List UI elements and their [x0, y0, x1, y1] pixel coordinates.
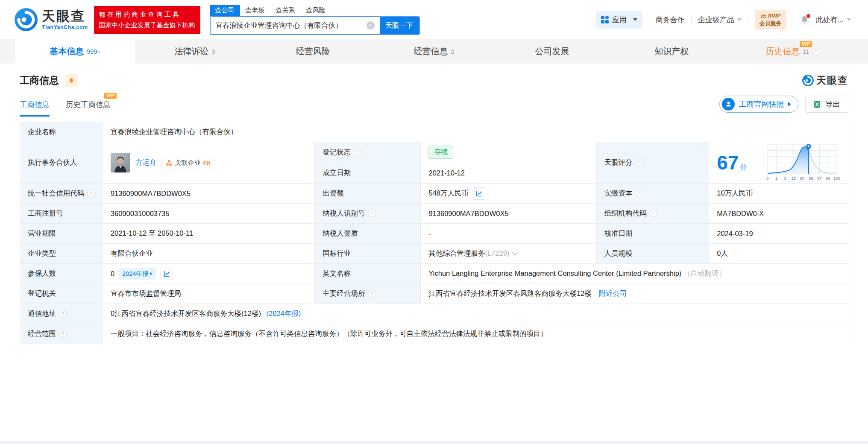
search-box: × 天眼一下	[210, 16, 420, 35]
brand-logo[interactable]: 天眼查 TianYanCha.com	[15, 8, 88, 31]
tab-label: 知识产权	[655, 46, 689, 57]
section-subheader: 工商信息 历史工商信息 VIP 工商官网快照	[20, 96, 848, 117]
search-tab-company[interactable]: 查公司	[210, 5, 240, 16]
subtab-business-info[interactable]: 工商信息	[20, 99, 50, 117]
establish-date-value: 2021-10-12	[421, 163, 596, 184]
capital-trend-icon[interactable]	[473, 187, 485, 200]
divider	[691, 16, 692, 23]
tab-intellectual-property[interactable]: 知识产权	[613, 39, 733, 64]
clear-search-icon[interactable]: ×	[367, 21, 375, 29]
company-name-value: 宜春浪绫企业管理咨询中心（有限合伙）	[103, 122, 848, 142]
reg-number-label: 工商注册号	[20, 204, 103, 224]
enterprise-products-link[interactable]: 企业级产品	[698, 15, 742, 25]
insured-trend-icon[interactable]	[161, 268, 173, 280]
paid-capital-label: 实缴资本?	[596, 184, 709, 204]
subtab-history-business-info[interactable]: 历史工商信息 VIP	[66, 99, 111, 117]
taxpayer-quality-value: -	[421, 224, 596, 244]
tianyancha-logo-icon	[15, 8, 38, 31]
nearby-companies-link[interactable]: 附近公司	[598, 289, 627, 297]
svip-member-button[interactable]: SVIP 会员服务	[755, 10, 786, 29]
row-postal-address: 通信地址? 0江西省宜春经济技术开发区客商服务大楼(12楼) (2024年报)	[20, 304, 848, 324]
partner-avatar[interactable]	[111, 153, 130, 172]
help-icon[interactable]: ?	[650, 210, 657, 217]
tab-company-development[interactable]: 公司发展	[494, 39, 613, 64]
help-icon[interactable]: ?	[368, 290, 375, 298]
network-icon	[166, 160, 172, 166]
help-icon[interactable]: ?	[636, 190, 643, 197]
svg-text:1: 1	[775, 176, 777, 181]
company-type-label: 企业类型	[20, 244, 103, 264]
tab-legal-litigation[interactable]: 法律诉讼 3	[135, 39, 255, 64]
company-nav-tabs: 基本信息 999+ 法律诉讼 3 经营风险 经营信息 2 公司发展 知识产权 V…	[0, 39, 868, 64]
business-scope-value: 一般项目：社会经济咨询服务，信息咨询服务（不含许可类信息咨询服务）（除许可业务外…	[103, 324, 848, 344]
next-section-strip	[0, 441, 868, 444]
business-term-value: 2021-10-12 至 2050-10-11	[103, 224, 314, 244]
help-icon[interactable]: ?	[87, 190, 95, 197]
insured-cell: 0 2024年报	[103, 264, 314, 284]
search-button[interactable]: 天眼一下	[380, 17, 419, 34]
english-name-value: Yichun Langling Enterprise Management Co…	[428, 269, 681, 277]
tab-operation-info[interactable]: 经营信息 2	[374, 39, 494, 64]
search-tab-risk[interactable]: 查风险	[301, 5, 331, 16]
official-snapshot-button[interactable]: 工商官网快照	[719, 96, 798, 113]
search-tab-relation[interactable]: 查关系	[270, 5, 301, 16]
tab-label: 经营信息	[413, 46, 448, 57]
annual-report-link[interactable]: (2024年报)	[267, 310, 301, 317]
tab-history-info[interactable]: VIP 历史信息 11 ?	[733, 39, 853, 64]
monitor-bell-icon[interactable]	[65, 74, 78, 87]
promo-banner: 都 在 用 的 商 业 查 询 工 具 国家中小企业发展子基金旗下机构	[94, 6, 200, 34]
tab-count: 11	[803, 48, 809, 55]
tab-label: 经营风险	[296, 46, 330, 57]
help-icon[interactable]: ?	[59, 310, 67, 318]
svg-text:97: 97	[817, 176, 822, 181]
row-company-type: 企业类型 有限合伙企业 国标行业 其他综合管理服务(L7229) 人员规模 0人	[20, 244, 848, 264]
help-icon[interactable]: ?	[59, 330, 67, 338]
business-site-value: 江西省宜春经济技术开发区春风路客商服务大楼12楼	[428, 289, 591, 297]
capital-cell: 548万人民币	[421, 184, 596, 204]
partner-name-link[interactable]: 方运舟	[135, 158, 157, 167]
related-companies-badge[interactable]: 关联企业 66	[161, 157, 214, 169]
postal-address-cell: 0江西省宜春经济技术开发区客商服务大楼(12楼) (2024年报)	[103, 304, 848, 324]
business-cooperation-link[interactable]: 商务合作	[656, 15, 685, 25]
apps-button[interactable]: 应用	[596, 11, 642, 29]
company-type-value: 有限合伙企业	[103, 244, 314, 264]
establish-date-label: 成立日期	[315, 163, 421, 184]
help-icon[interactable]: ?	[354, 149, 361, 156]
chevron-down-icon[interactable]	[512, 250, 518, 255]
crown-icon	[761, 14, 767, 18]
search-input[interactable]	[211, 17, 367, 34]
partner-cell: 方运舟 关联企业 66	[103, 142, 314, 184]
page: 天眼查 TianYanCha.com 都 在 用 的 商 业 查 询 工 具 国…	[0, 0, 868, 444]
business-scope-label: 经营范围?	[20, 324, 103, 344]
svg-text:3: 3	[784, 176, 786, 181]
header-right: 应用 商务合作 企业级产品 SVIP 会员服务	[596, 10, 851, 29]
account-menu[interactable]: 此处有...	[816, 15, 851, 25]
help-icon[interactable]: ?	[368, 210, 375, 217]
approval-date-value: 2024-03-19	[709, 224, 848, 244]
help-icon[interactable]: ?	[636, 159, 643, 166]
tab-basic-info[interactable]: 基本信息 999+	[15, 39, 135, 64]
export-button[interactable]: 导出	[805, 96, 848, 113]
business-site-cell: 江西省宜春经济技术开发区春风路客商服务大楼12楼 附近公司	[421, 284, 848, 304]
search-tab-boss[interactable]: 查老板	[240, 5, 270, 16]
arrow-right-icon	[788, 102, 791, 106]
industry-value: 其他综合管理服务	[428, 249, 485, 257]
row-partner-status: 执行事务合伙人	[20, 142, 848, 163]
stamp-icon	[722, 98, 735, 111]
tab-operation-risk[interactable]: 经营风险	[255, 39, 374, 64]
annual-report-badge[interactable]: 2024年报	[119, 268, 156, 280]
status-badge: 存续	[428, 146, 453, 159]
brand-domain: TianYanCha.com	[42, 24, 88, 30]
reg-authority-label: 登记机关	[20, 284, 103, 304]
divider	[748, 16, 748, 23]
company-name-label: 企业名称	[20, 122, 103, 142]
notifications-bell-icon[interactable]	[800, 15, 809, 25]
tab-count: 999+	[87, 48, 101, 55]
help-icon[interactable]: ?	[812, 48, 820, 56]
row-reg-number: 工商注册号 360900310003735 纳税人识别号? 91360900MA…	[20, 204, 848, 224]
row-credit-code: 统一社会信用代码? 91360900MA7BDDW0X5 出资额 548万人民币	[20, 184, 848, 204]
english-name-label: 英文名称	[315, 264, 421, 284]
section-header: 工商信息 天眼查	[20, 74, 848, 87]
main-content: 工商信息 天眼查 工商信息 历史工商信息	[0, 74, 868, 344]
tab-label: 基本信息	[50, 46, 84, 57]
